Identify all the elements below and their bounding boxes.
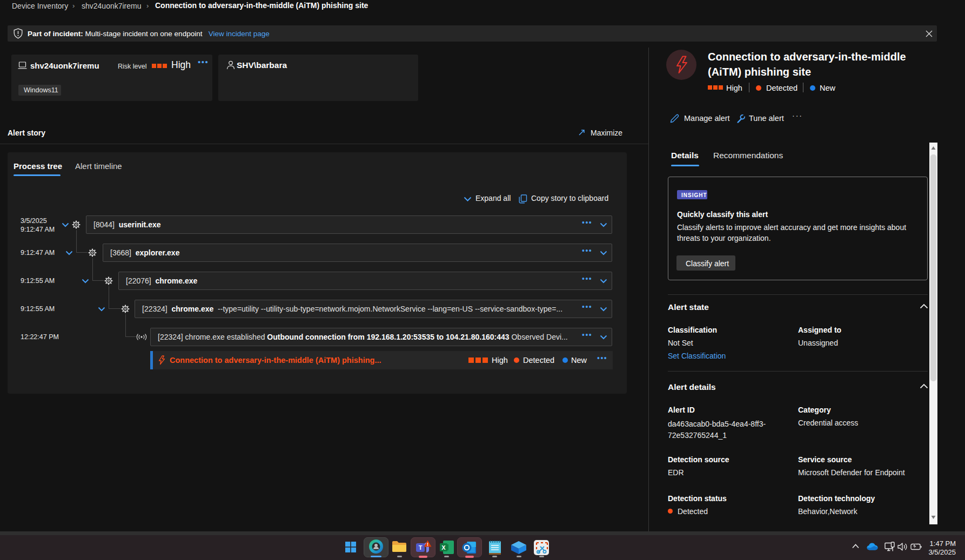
svg-text:T: T [419, 544, 423, 551]
svg-text:X: X [441, 544, 446, 551]
svg-text:!: ! [427, 542, 428, 547]
